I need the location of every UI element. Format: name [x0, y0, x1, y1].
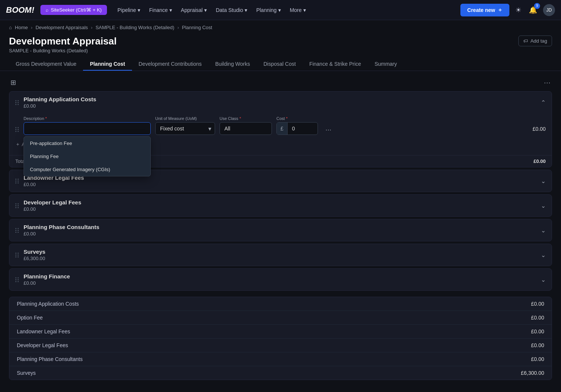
nav-label: Finance — [149, 7, 168, 13]
section-title: Planning Application Costs — [24, 96, 538, 102]
nav-label: Planning — [256, 7, 277, 13]
site-seeker-label: SiteSeeker (Ctrl/⌘ + K) — [51, 7, 102, 13]
description-input[interactable] — [24, 122, 151, 135]
user-avatar[interactable]: JD — [543, 4, 555, 16]
cost-field: £ — [276, 122, 318, 135]
section-title-wrap: Planning Finance £0.00 — [24, 273, 538, 286]
tab-planning-cost[interactable]: Planning Cost — [83, 58, 132, 71]
nav-item-data-studio[interactable]: Data Studio ▾ — [212, 5, 251, 15]
use-class-input[interactable] — [220, 122, 272, 135]
breadcrumb-sample[interactable]: SAMPLE - Building Works (Detailed) — [95, 25, 174, 30]
tab-summary[interactable]: Summary — [368, 58, 404, 71]
plus-icon-small: ＋ — [15, 141, 20, 148]
summary-value: £0.00 — [531, 315, 544, 321]
nav-label: Data Studio — [216, 7, 243, 13]
row-more-button[interactable]: ⋯ — [322, 125, 334, 135]
section-amount: £0.00 — [24, 206, 538, 212]
drag-handle — [15, 100, 19, 105]
dropdown-item[interactable]: Pre-application Fee — [24, 137, 150, 150]
uom-label: Unit of Measure (UoM) — [155, 116, 215, 121]
grid-view-button[interactable]: ⊞ — [9, 77, 18, 88]
cost-input[interactable] — [288, 123, 318, 135]
section-expanded: Description * Pre-application FeePlannin… — [9, 113, 552, 154]
breadcrumb-sep-3: › — [177, 25, 179, 30]
home-icon: ⌂ — [9, 25, 12, 30]
drag-handle-small — [15, 127, 19, 132]
nav-item-finance[interactable]: Finance ▾ — [145, 5, 176, 15]
nav-item-planning[interactable]: Planning ▾ — [252, 5, 285, 15]
section-title: Surveys — [24, 249, 538, 255]
page-title-area: Development Appraisal SAMPLE - Building … — [9, 36, 117, 53]
breadcrumb-dev-appraisals[interactable]: Development Appraisals — [36, 25, 88, 30]
nav-item-appraisal[interactable]: Appraisal ▾ — [177, 5, 211, 15]
use-class-field-group: Use Class * — [220, 116, 272, 135]
nav-right: Create new ＋ ☀ 🔔 9 JD — [460, 4, 555, 16]
tab-bar: Gross Development ValuePlanning CostDeve… — [0, 53, 561, 71]
chevron-icon: ▾ — [303, 7, 306, 13]
use-class-label: Use Class * — [220, 116, 272, 121]
uom-select[interactable]: Fixed cost Per unit Per sqm — [155, 122, 215, 135]
navbar: BOOM! ⌕ SiteSeeker (Ctrl/⌘ + K) Pipeline… — [0, 0, 561, 20]
section-planning-application-costs-header[interactable]: Planning Application Costs £0.00 — [9, 92, 552, 113]
cost-field-group: Cost * £ — [276, 116, 318, 135]
section-title: Developer Legal Fees — [24, 199, 538, 206]
section-surveys: Surveys £6,300.00 — [9, 244, 552, 266]
expand-icon — [541, 251, 546, 259]
summary-row: Surveys £6,300.00 — [9, 366, 552, 380]
drag-handle — [15, 179, 19, 183]
tab-gross-development-value[interactable]: Gross Development Value — [9, 58, 83, 71]
tab-development-contributions[interactable]: Development Contributions — [132, 58, 209, 71]
section-header-planning-phase-consultants[interactable]: Planning Phase Consultants £0.00 — [9, 219, 552, 241]
page-header: Development Appraisal SAMPLE - Building … — [0, 33, 561, 53]
toolbar-row: ⊞ ⋯ — [9, 77, 552, 88]
main-content: ⊞ ⋯ Planning Application Costs £0.00 — [0, 71, 561, 386]
more-options-button[interactable]: ⋯ — [542, 77, 552, 88]
expand-icon — [541, 202, 546, 209]
logo: BOOM! — [6, 5, 34, 15]
section-amount: £0.00 — [24, 182, 538, 187]
total-amount: £0.00 — [533, 158, 546, 164]
tab-building-works[interactable]: Building Works — [208, 58, 257, 71]
nav-item-more[interactable]: More ▾ — [286, 5, 310, 15]
chevron-icon: ▾ — [169, 7, 172, 13]
nav-items: Pipeline ▾Finance ▾Appraisal ▾Data Studi… — [114, 5, 457, 15]
summary-row: Option Fee £0.00 — [9, 311, 552, 325]
summary-value: £0.00 — [531, 328, 544, 334]
description-dropdown: Pre-application FeePlanning FeeComputer … — [24, 136, 151, 176]
tab-finance-&-strike-price[interactable]: Finance & Strike Price — [303, 58, 368, 71]
drag-handle — [15, 253, 19, 257]
theme-toggle-button[interactable]: ☀ — [514, 4, 523, 16]
notification-count: 9 — [534, 3, 540, 9]
nav-item-pipeline[interactable]: Pipeline ▾ — [114, 5, 144, 15]
site-seeker-button[interactable]: ⌕ SiteSeeker (Ctrl/⌘ + K) — [40, 5, 107, 15]
uom-select-wrapper: Fixed cost Per unit Per sqm — [155, 122, 215, 135]
drag-handle — [15, 228, 19, 233]
nav-label: Appraisal — [181, 7, 203, 13]
add-tag-label: Add tag — [530, 38, 547, 44]
add-tag-button[interactable]: 🏷 Add tag — [518, 36, 552, 46]
section-amount: £0.00 — [24, 231, 538, 237]
notifications-button[interactable]: 🔔 9 — [527, 4, 539, 16]
section-header-planning-finance[interactable]: Planning Finance £0.00 — [9, 269, 552, 290]
create-new-button[interactable]: Create new ＋ — [460, 4, 509, 16]
summary-value: £0.00 — [531, 301, 544, 307]
chevron-icon: ▾ — [204, 7, 207, 13]
chevron-icon: ▾ — [245, 7, 247, 13]
section-header-developer-legal-fees[interactable]: Developer Legal Fees £0.00 — [9, 195, 552, 216]
summary-row: Landowner Legal Fees £0.00 — [9, 325, 552, 339]
chevron-icon: ▾ — [278, 7, 281, 13]
dropdown-item[interactable]: Computer Generated Imagery (CGIs) — [24, 163, 150, 176]
nav-label: More — [290, 7, 302, 13]
expand-icon — [541, 276, 546, 283]
tab-disposal-cost[interactable]: Disposal Cost — [257, 58, 303, 71]
required-marker-3: * — [286, 116, 288, 121]
section-title-wrap: Developer Legal Fees £0.00 — [24, 199, 538, 212]
section-header-surveys[interactable]: Surveys £6,300.00 — [9, 244, 552, 266]
summary-value: £6,300.00 — [521, 370, 544, 376]
dropdown-item[interactable]: Planning Fee — [24, 150, 150, 163]
section-title: Planning Phase Consultants — [24, 224, 538, 230]
breadcrumb-home[interactable]: Home — [15, 25, 28, 30]
search-icon: ⌕ — [46, 7, 49, 13]
nav-label: Pipeline — [117, 7, 136, 13]
section-amount: £0.00 — [24, 280, 538, 286]
